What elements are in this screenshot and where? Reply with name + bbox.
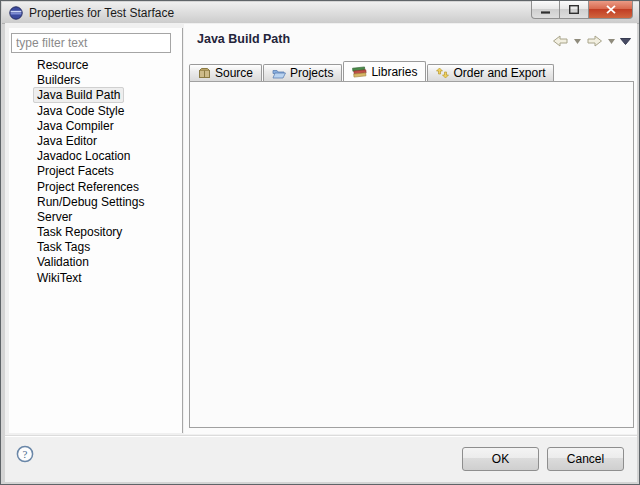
tab-order-and-export[interactable]: Order and Export — [427, 64, 554, 81]
ok-button[interactable]: OK — [462, 447, 539, 471]
sidebar-item-label: Java Build Path — [33, 87, 124, 103]
history-nav — [552, 34, 631, 48]
help-button[interactable]: ? — [16, 445, 34, 463]
sidebar-item-task-tags[interactable]: Task Tags — [9, 240, 181, 255]
sidebar-item-label: Resource — [33, 57, 92, 73]
filter-input[interactable] — [11, 33, 171, 53]
sidebar-item-label: Javadoc Location — [33, 148, 134, 164]
sidebar-item-label: Task Tags — [33, 239, 94, 255]
window-controls — [531, 1, 633, 19]
sidebar-nav: ResourceBuildersJava Build PathJava Code… — [9, 58, 181, 286]
sidebar-item-wikitext[interactable]: WikiText — [9, 271, 181, 286]
titlebar[interactable]: Properties for Test Starface — [2, 2, 639, 24]
sidebar-item-java-build-path[interactable]: Java Build Path — [9, 88, 181, 103]
sidebar-item-label: Server — [33, 209, 76, 225]
view-menu-icon[interactable] — [620, 38, 631, 45]
tab-projects[interactable]: Projects — [263, 64, 342, 81]
window-title: Properties for Test Starface — [29, 6, 174, 20]
sidebar-item-run-debug-settings[interactable]: Run/Debug Settings — [9, 195, 181, 210]
sidebar-item-validation[interactable]: Validation — [9, 255, 181, 270]
sidebar-item-java-editor[interactable]: Java Editor — [9, 134, 181, 149]
svg-text:?: ? — [23, 448, 28, 460]
tabbar: SourceProjectsLibrariesOrder and Export — [189, 62, 555, 81]
sidebar-item-task-repository[interactable]: Task Repository — [9, 225, 181, 240]
forward-arrow-icon[interactable] — [586, 34, 603, 48]
sidebar-item-builders[interactable]: Builders — [9, 73, 181, 88]
tab-label: Libraries — [371, 65, 417, 79]
sidebar-item-server[interactable]: Server — [9, 210, 181, 225]
cancel-button[interactable]: Cancel — [547, 447, 624, 471]
back-menu-caret-icon[interactable] — [574, 39, 581, 44]
tab-label: Order and Export — [453, 66, 545, 80]
sidebar-item-label: Java Compiler — [33, 118, 118, 134]
close-icon — [606, 3, 616, 17]
maximize-icon — [569, 3, 579, 17]
sidebar-item-java-compiler[interactable]: Java Compiler — [9, 119, 181, 134]
sidebar-item-label: Run/Debug Settings — [33, 194, 148, 210]
close-button[interactable] — [588, 1, 633, 19]
order-export-icon — [436, 67, 449, 79]
tab-libraries[interactable]: Libraries — [343, 61, 426, 81]
minimize-icon — [541, 3, 550, 17]
sidebar-item-resource[interactable]: Resource — [9, 58, 181, 73]
sidebar-item-label: Project Facets — [33, 163, 118, 179]
folder-open-icon — [272, 68, 286, 79]
package-icon — [198, 67, 211, 79]
tab-source[interactable]: Source — [189, 64, 262, 81]
sidebar-item-label: Builders — [33, 72, 84, 88]
maximize-button[interactable] — [560, 1, 588, 19]
footer-separator — [5, 435, 637, 437]
sidebar-item-label: WikiText — [33, 270, 86, 286]
sidebar-item-java-code-style[interactable]: Java Code Style — [9, 104, 181, 119]
help-icon: ? — [16, 445, 34, 463]
library-books-icon — [352, 66, 367, 78]
sidebar-item-label: Java Editor — [33, 133, 101, 149]
minimize-button[interactable] — [531, 1, 560, 19]
sidebar-item-label: Java Code Style — [33, 103, 128, 119]
back-arrow-icon[interactable] — [552, 34, 569, 48]
tab-label: Source — [215, 66, 253, 80]
sidebar-item-label: Project References — [33, 179, 143, 195]
page-title: Java Build Path — [197, 32, 290, 46]
sidebar-item-label: Task Repository — [33, 224, 126, 240]
sidebar-item-project-references[interactable]: Project References — [9, 180, 181, 195]
sidebar-item-label: Validation — [33, 254, 93, 270]
tab-label: Projects — [290, 66, 333, 80]
eclipse-icon — [9, 6, 23, 20]
forward-menu-caret-icon[interactable] — [608, 39, 615, 44]
sidebar-item-project-facets[interactable]: Project Facets — [9, 164, 181, 179]
tab-content-panel — [189, 81, 634, 428]
sidebar-item-javadoc-location[interactable]: Javadoc Location — [9, 149, 181, 164]
properties-dialog: Properties for Test Starface ResourceBui… — [0, 0, 640, 485]
